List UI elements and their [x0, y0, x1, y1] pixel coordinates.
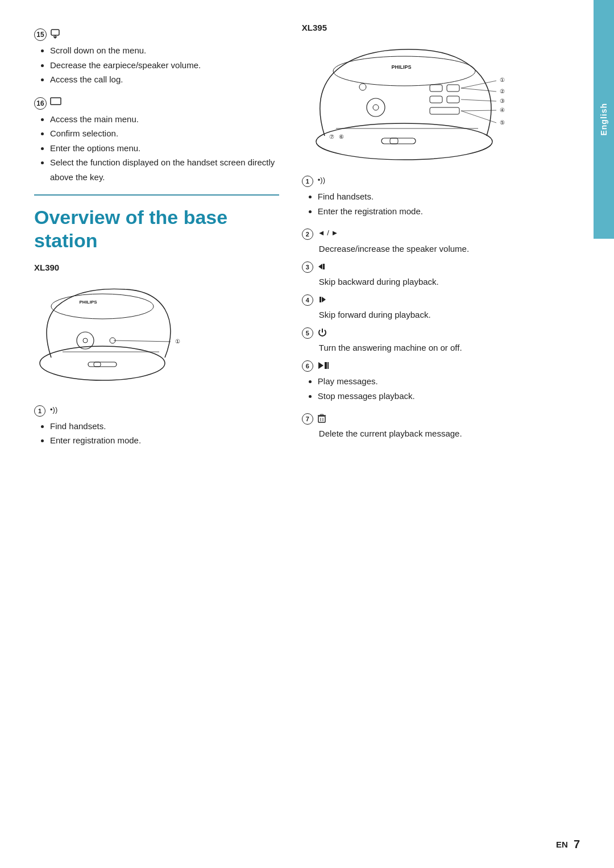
bullet-item: Confirm selection.: [50, 126, 279, 141]
xl390-label: XL390: [34, 263, 279, 272]
footer-language: EN: [556, 840, 568, 849]
xl395-feature-3-desc: Skip backward during playback.: [302, 275, 580, 289]
svg-rect-9: [88, 362, 117, 367]
bullet-item: Enter the registration mode.: [318, 204, 580, 219]
svg-point-7: [83, 338, 88, 343]
bullet-item: Scroll down on the menu.: [50, 43, 279, 58]
svg-point-39: [359, 84, 366, 90]
language-tab: English: [594, 0, 614, 239]
xl395-num-4: 4: [302, 294, 313, 306]
xl395-feature-3: 3: [302, 261, 580, 273]
svg-marker-40: [318, 264, 322, 269]
xl395-feature-4-desc: Skip forward during playback.: [302, 308, 580, 322]
svg-rect-0: [51, 30, 59, 35]
xl395-num-7: 7: [302, 413, 313, 425]
menu-icon: [50, 97, 61, 107]
section-divider: [34, 194, 279, 196]
bullet-item: Enter the options menu.: [50, 141, 279, 156]
xl395-feature-6-bullets: Play messages. Stop messages playback.: [302, 374, 580, 403]
xl395-feature-4: 4: [302, 294, 580, 306]
skip-forward-icon: [318, 294, 327, 304]
svg-marker-42: [322, 297, 326, 302]
svg-line-12: [114, 340, 171, 342]
skip-backward-icon: [318, 261, 327, 271]
svg-rect-10: [94, 362, 101, 367]
svg-rect-21: [390, 138, 398, 144]
item-16: 16: [34, 97, 279, 110]
bullet-item: Access the call log.: [50, 72, 279, 87]
svg-text:②: ②: [500, 88, 505, 94]
svg-text:③: ③: [500, 98, 505, 104]
xl395-find-icon: •)): [318, 176, 325, 184]
xl390-drawing: PHILIPS ①: [34, 278, 182, 392]
svg-point-3: [40, 346, 165, 380]
svg-rect-23: [447, 85, 459, 92]
xl395-num-2: 2: [302, 229, 313, 240]
xl395-feature-1: 1 •)): [302, 176, 580, 187]
xl395-feature-7: 7: [302, 413, 580, 425]
xl395-feature-1-bullets: Find handsets. Enter the registration mo…: [302, 189, 580, 218]
scroll-down-icon: [50, 28, 60, 41]
xl395-feature-5-desc: Turn the answering machine on or off.: [302, 341, 580, 355]
bullet-item: Find handsets.: [318, 189, 580, 204]
xl395-feature-7-desc: Delete the current playback message.: [302, 427, 580, 441]
svg-point-14: [316, 123, 492, 160]
svg-text:①: ①: [500, 77, 505, 83]
svg-point-18: [373, 105, 379, 110]
svg-text:⑤: ⑤: [500, 119, 505, 126]
xl390-feature-1: 1 •)): [34, 405, 279, 417]
svg-rect-41: [323, 264, 325, 269]
svg-point-17: [367, 98, 385, 117]
svg-text:⑦: ⑦: [329, 134, 334, 140]
language-label: English: [599, 103, 608, 136]
svg-text:①: ①: [175, 338, 180, 344]
bullet-item: Enter registration mode.: [50, 433, 279, 448]
xl395-drawing: PHILIPS ① ② ③ ④: [302, 39, 507, 164]
xl395-num-1: 1: [302, 176, 313, 187]
svg-text:PHILIPS: PHILIPS: [391, 64, 411, 70]
svg-rect-20: [381, 138, 416, 144]
number-15: 15: [34, 28, 47, 41]
bullet-item: Find handsets.: [50, 419, 279, 434]
right-column: XL395 PHILIPS: [296, 23, 580, 458]
svg-rect-49: [320, 414, 323, 416]
delete-icon: [318, 413, 326, 423]
section-heading: Overview of the base station: [34, 206, 279, 252]
number-16: 16: [34, 97, 47, 110]
svg-point-15: [333, 56, 475, 86]
svg-rect-2: [51, 98, 61, 105]
bullet-item: Play messages.: [318, 374, 580, 389]
bullet-item: Select the function displayed on the han…: [50, 155, 279, 184]
volume-icon: ◄ / ►: [318, 229, 339, 237]
xl395-num-3: 3: [302, 261, 313, 273]
xl395-num-6: 6: [302, 360, 313, 372]
svg-rect-24: [430, 96, 442, 103]
power-icon: [318, 327, 327, 337]
svg-line-33: [461, 88, 496, 92]
xl395-feature-2-desc: Decrease/increase the speaker volume.: [302, 242, 580, 256]
xl390-feature-1-bullets: Find handsets. Enter registration mode.: [34, 419, 279, 448]
svg-text:⑥: ⑥: [339, 134, 344, 140]
bullet-item: Stop messages playback.: [318, 389, 580, 404]
svg-point-4: [51, 294, 154, 319]
play-stop-icon: [318, 360, 329, 369]
xl390-svg: PHILIPS ①: [34, 278, 182, 392]
svg-rect-45: [325, 362, 327, 369]
xl395-feature-5: 5: [302, 327, 580, 339]
bullet-item: Access the main menu.: [50, 112, 279, 127]
xl395-svg: PHILIPS ① ② ③ ④: [302, 39, 518, 170]
bullet-item: Decrease the earpiece/speaker volume.: [50, 58, 279, 73]
find-handset-icon: •)): [50, 405, 57, 414]
xl395-label: XL395: [302, 23, 580, 32]
svg-marker-44: [318, 362, 323, 369]
svg-rect-47: [318, 416, 325, 422]
xl395-feature-6: 6: [302, 360, 580, 372]
svg-line-32: [461, 81, 496, 88]
svg-rect-22: [430, 85, 442, 92]
page-content: 15 Scroll down on the menu. Decrease the…: [0, 0, 614, 481]
item-16-bullets: Access the main menu. Confirm selection.…: [34, 112, 279, 185]
svg-rect-26: [430, 107, 459, 114]
xl390-num-1: 1: [34, 405, 45, 417]
xl395-feature-2: 2 ◄ / ►: [302, 229, 580, 240]
svg-rect-43: [320, 297, 321, 302]
